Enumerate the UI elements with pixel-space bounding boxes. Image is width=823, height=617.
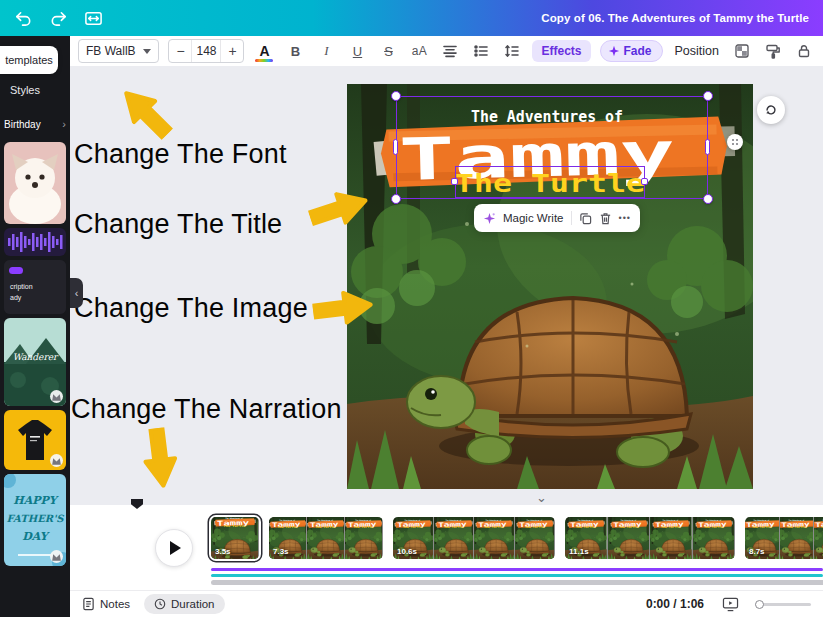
- subscription-text-line1: cription: [10, 282, 33, 291]
- subscription-text-line2: ady: [10, 293, 21, 302]
- line-spacing-icon: [504, 43, 520, 59]
- selection-handle-top-right[interactable]: [703, 91, 713, 101]
- lock-button[interactable]: [793, 39, 815, 63]
- list-button[interactable]: [470, 39, 492, 63]
- underline-button[interactable]: U: [346, 39, 368, 63]
- timeline-scrollbar[interactable]: [211, 580, 823, 585]
- transparency-checkerboard-icon: [734, 43, 750, 59]
- annotation-change-image: Change The Image: [74, 293, 308, 324]
- drag-dots-icon: [731, 138, 739, 146]
- arrow-to-timeline: [139, 426, 180, 490]
- italic-button[interactable]: I: [315, 39, 337, 63]
- spacing-button[interactable]: [501, 39, 523, 63]
- text-case-button[interactable]: aA: [408, 39, 430, 63]
- template-thumb-subscription[interactable]: cription ady: [4, 260, 66, 314]
- rotate-button[interactable]: [757, 96, 785, 124]
- sparkle-icon: [608, 45, 620, 57]
- sidebar-category-birthday[interactable]: Birthday ›: [4, 118, 66, 130]
- present-monitor-icon[interactable]: [722, 597, 739, 612]
- timeline-clips: 3.5s 7.3s 10.6s 11.1s: [211, 517, 823, 559]
- undo-icon[interactable]: [14, 9, 33, 28]
- magic-write-button[interactable]: Magic Write: [503, 212, 564, 224]
- fade-label: Fade: [624, 44, 652, 58]
- text-track[interactable]: [211, 568, 823, 571]
- resize-icon[interactable]: [84, 9, 103, 28]
- template-thumb-audio[interactable]: [4, 228, 66, 256]
- chevron-down-icon: [143, 49, 151, 54]
- selection-handle-bottom-left[interactable]: [391, 194, 401, 204]
- pro-crown-icon: [50, 454, 63, 467]
- more-options-button[interactable]: •••: [619, 213, 631, 223]
- chevron-right-icon: ›: [62, 118, 66, 130]
- font-size-increase-button[interactable]: +: [221, 43, 243, 59]
- font-size-value[interactable]: 148: [191, 40, 221, 62]
- rotate-icon: [764, 103, 778, 117]
- template-thumb-tshirt[interactable]: [4, 410, 66, 470]
- duplicate-icon[interactable]: [579, 212, 592, 225]
- notes-icon: [82, 597, 95, 611]
- status-bar: Notes Duration 0:00 / 1:06: [70, 590, 823, 617]
- timeline-collapse-button[interactable]: ⌄: [536, 490, 547, 505]
- arrow-to-image: [311, 287, 375, 328]
- magic-write-icon: [483, 212, 496, 225]
- adjust-handle[interactable]: [727, 134, 743, 150]
- playhead-marker[interactable]: [131, 499, 143, 509]
- sidebar-collapse-button[interactable]: ‹: [70, 278, 83, 308]
- topbar: Copy of 06. The Adventures of Tammy the …: [0, 0, 823, 36]
- delete-icon[interactable]: [599, 212, 612, 225]
- selection-handle-left[interactable]: [393, 139, 398, 155]
- annotation-change-title: Change The Title: [74, 209, 282, 240]
- font-selector[interactable]: FB WallB: [78, 39, 159, 63]
- timeline-clip[interactable]: 11.1s: [565, 517, 735, 559]
- template-thumb-dog[interactable]: [4, 142, 66, 224]
- selection-handle-bottom-right[interactable]: [703, 194, 713, 204]
- pro-crown-icon: [50, 550, 63, 563]
- template-thumb-landscape[interactable]: Wanderer: [4, 318, 66, 406]
- timeline-clip[interactable]: 3.5s: [211, 517, 259, 559]
- fade-button[interactable]: Fade: [600, 40, 663, 62]
- zoom-slider-handle[interactable]: [755, 600, 764, 609]
- subtitle-selection-box[interactable]: [455, 166, 645, 198]
- timeline-clip[interactable]: 8.7s: [745, 517, 823, 559]
- template-thumb-fathers-day[interactable]: HAPPY FATHER'S DAY: [4, 474, 66, 566]
- copy-style-button[interactable]: [762, 39, 784, 63]
- alignment-button[interactable]: [439, 39, 461, 63]
- bold-button[interactable]: B: [284, 39, 306, 63]
- font-size-decrease-button[interactable]: −: [169, 43, 191, 59]
- selection-toolbar: Magic Write •••: [474, 204, 640, 232]
- timeline-clip[interactable]: 10.6s: [393, 517, 555, 559]
- selection-handle-right[interactable]: [705, 139, 710, 155]
- annotation-change-font: Change The Font: [74, 139, 287, 170]
- duration-button[interactable]: Duration: [144, 594, 224, 614]
- notes-button[interactable]: Notes: [82, 597, 130, 611]
- chevron-left-icon: ‹: [75, 287, 79, 299]
- zoom-slider[interactable]: [755, 597, 811, 611]
- subtitle-handle-right[interactable]: [641, 178, 648, 185]
- effects-button[interactable]: Effects: [532, 40, 590, 62]
- text-color-button[interactable]: A: [253, 39, 275, 63]
- selection-handle-top-left[interactable]: [391, 91, 401, 101]
- notes-label: Notes: [100, 598, 130, 610]
- templates-tab[interactable]: templates: [0, 46, 58, 74]
- subtitle-handle-left[interactable]: [451, 178, 458, 185]
- document-title[interactable]: Copy of 06. The Adventures of Tammy the …: [541, 12, 823, 24]
- transparency-button[interactable]: [731, 39, 753, 63]
- timeline-clip[interactable]: 7.3s: [269, 517, 383, 559]
- align-center-icon: [442, 43, 458, 59]
- position-button[interactable]: Position: [672, 44, 722, 58]
- dog-image: [4, 142, 66, 224]
- strikethrough-button[interactable]: S: [377, 39, 399, 63]
- paint-roller-icon: [765, 43, 781, 59]
- fathers-day-line3: DAY: [22, 530, 50, 543]
- canva-editor: Copy of 06. The Adventures of Tammy the …: [0, 0, 823, 617]
- play-button[interactable]: [155, 529, 193, 567]
- lock-icon: [796, 43, 812, 59]
- text-toolbar: FB WallB − 148 + A B I U S aA: [70, 36, 823, 66]
- sidebar-item-styles[interactable]: Styles: [10, 84, 40, 96]
- redo-icon[interactable]: [49, 9, 68, 28]
- templates-tab-label: templates: [5, 54, 53, 66]
- audio-track[interactable]: [211, 574, 823, 577]
- font-name: FB WallB: [86, 44, 136, 58]
- landscape-title-text: Wanderer: [13, 352, 59, 362]
- fathers-day-line2: FATHER'S: [7, 513, 65, 524]
